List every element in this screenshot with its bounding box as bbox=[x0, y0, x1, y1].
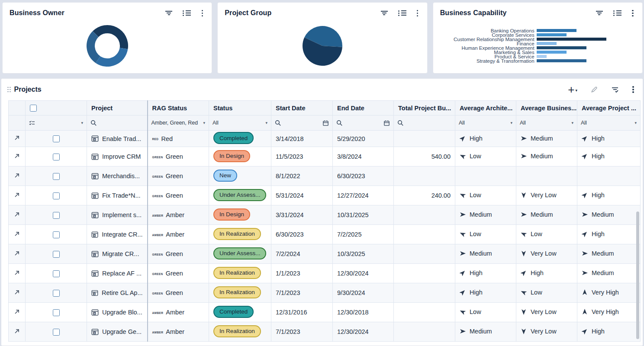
project-cell[interactable]: PIntegrate CR... bbox=[87, 225, 148, 244]
drag-handle-icon[interactable] bbox=[7, 86, 11, 93]
project-cell[interactable]: PUpgrade Blo... bbox=[87, 303, 148, 322]
row-checkbox[interactable] bbox=[53, 290, 60, 297]
row-checkbox[interactable] bbox=[53, 212, 60, 219]
open-row-button[interactable] bbox=[9, 147, 26, 167]
select-all-checkbox[interactable] bbox=[30, 105, 37, 112]
filter-icon[interactable] bbox=[381, 10, 388, 16]
row-checkbox[interactable] bbox=[53, 270, 60, 277]
header-total-budget[interactable]: Total Project Bu... bbox=[394, 101, 455, 115]
business-capability-bar-chart[interactable]: Banking OperationsCorporate ServicesCust… bbox=[433, 29, 642, 63]
kebab-menu-icon[interactable] bbox=[632, 85, 634, 94]
filter-check-icon[interactable] bbox=[611, 86, 619, 93]
filter-budget-search[interactable] bbox=[394, 115, 455, 131]
filter-status-dropdown[interactable]: All▾ bbox=[209, 115, 271, 131]
header-avg-architecture[interactable]: Average Archite... bbox=[455, 101, 516, 115]
priority-medium-icon bbox=[460, 211, 466, 218]
project-name[interactable]: Implement s... bbox=[102, 211, 142, 218]
header-project[interactable]: Project bbox=[87, 101, 148, 115]
project-name[interactable]: Enable Trad... bbox=[102, 135, 141, 142]
bar[interactable] bbox=[537, 59, 586, 63]
row-checkbox[interactable] bbox=[53, 309, 60, 316]
project-cell[interactable]: PImplement s... bbox=[87, 205, 148, 225]
priority-high-icon bbox=[460, 135, 466, 141]
vertical-scrollbar[interactable] bbox=[636, 211, 639, 339]
open-row-button[interactable] bbox=[9, 186, 26, 205]
project-cell[interactable]: PReplace AF ... bbox=[87, 264, 148, 283]
project-name[interactable]: Integrate CR... bbox=[102, 231, 142, 238]
bar[interactable] bbox=[537, 29, 576, 32]
header-end-date[interactable]: End Date bbox=[333, 101, 394, 115]
project-name[interactable]: Retire GL Ap... bbox=[102, 289, 143, 296]
filter-icon[interactable] bbox=[165, 10, 172, 16]
edit-pencil-icon[interactable] bbox=[590, 86, 598, 93]
filter-end-date[interactable] bbox=[333, 115, 394, 131]
avg-architecture-cell: Low bbox=[455, 225, 516, 244]
row-checkbox[interactable] bbox=[53, 251, 60, 258]
open-row-button[interactable] bbox=[9, 322, 26, 342]
list-icon[interactable] bbox=[613, 10, 621, 17]
project-cell[interactable]: PMerchandis... bbox=[87, 167, 148, 186]
header-rag-status[interactable]: RAG Status bbox=[148, 101, 209, 115]
project-cell[interactable]: PFix Trade*N... bbox=[87, 186, 148, 205]
list-icon[interactable] bbox=[398, 10, 406, 17]
project-name[interactable]: Improve CRM bbox=[102, 153, 141, 160]
open-row-button[interactable] bbox=[9, 131, 26, 147]
bar[interactable] bbox=[537, 51, 567, 54]
row-checkbox[interactable] bbox=[53, 329, 60, 336]
business-owner-donut-chart[interactable] bbox=[82, 21, 132, 71]
end-date-cell: 10/31/2025 bbox=[333, 205, 394, 225]
project-name[interactable]: Upgrade Ge... bbox=[102, 328, 142, 335]
kebab-menu-icon[interactable] bbox=[201, 9, 203, 18]
open-row-button[interactable] bbox=[9, 244, 26, 264]
filter-project-search[interactable] bbox=[87, 115, 148, 131]
kebab-menu-icon[interactable] bbox=[417, 9, 419, 18]
filter-icon[interactable] bbox=[596, 10, 603, 16]
open-row-button[interactable] bbox=[9, 205, 26, 225]
header-avg-business[interactable]: Average Busines... bbox=[516, 101, 577, 115]
chart-segment[interactable] bbox=[96, 48, 128, 66]
bar[interactable] bbox=[537, 46, 586, 50]
row-checkbox[interactable] bbox=[53, 192, 60, 199]
priority-label: High bbox=[470, 135, 483, 142]
project-name[interactable]: Migrate CR... bbox=[102, 250, 139, 257]
row-checkbox[interactable] bbox=[53, 135, 60, 142]
bar[interactable] bbox=[537, 38, 606, 41]
row-checkbox-cell bbox=[26, 186, 87, 205]
add-button[interactable]: +▾ bbox=[568, 85, 577, 94]
list-icon[interactable] bbox=[183, 10, 191, 17]
open-row-button[interactable] bbox=[9, 264, 26, 283]
kebab-menu-icon[interactable] bbox=[632, 9, 634, 18]
open-row-button[interactable] bbox=[9, 303, 26, 322]
filter-selection[interactable]: ▾ bbox=[26, 115, 87, 131]
row-checkbox[interactable] bbox=[53, 231, 60, 238]
project-cell[interactable]: PEnable Trad... bbox=[87, 131, 148, 147]
bar[interactable] bbox=[537, 33, 567, 37]
open-row-button[interactable] bbox=[9, 167, 26, 186]
project-cell[interactable]: PRetire GL Ap... bbox=[87, 283, 148, 303]
project-cell[interactable]: PMigrate CR... bbox=[87, 244, 148, 264]
row-checkbox[interactable] bbox=[53, 154, 60, 160]
open-row-button[interactable] bbox=[9, 225, 26, 244]
header-avg-project[interactable]: Average Project ... bbox=[577, 101, 641, 115]
open-row-button[interactable] bbox=[9, 283, 26, 303]
bar[interactable] bbox=[537, 42, 557, 45]
header-status[interactable]: Status bbox=[209, 101, 271, 115]
filter-avg-architecture-dropdown[interactable]: All▾ bbox=[455, 115, 516, 131]
project-cell[interactable]: PImprove CRM bbox=[87, 147, 148, 167]
filter-avg-business-dropdown[interactable]: All▾ bbox=[516, 115, 577, 131]
header-start-date[interactable]: Start Date bbox=[271, 101, 333, 115]
row-checkbox[interactable] bbox=[53, 173, 60, 180]
bar[interactable] bbox=[537, 55, 547, 58]
project-name[interactable]: Upgrade Blo... bbox=[102, 309, 142, 316]
priority-medium-icon bbox=[460, 328, 466, 334]
rag-status-cell: GREENGreen bbox=[148, 264, 209, 283]
project-cell[interactable]: PUpgrade Ge... bbox=[87, 322, 148, 342]
filter-rag-dropdown[interactable]: Amber, Green, Red▾ bbox=[148, 115, 209, 131]
filter-start-date[interactable] bbox=[271, 115, 333, 131]
project-group-pie-chart[interactable] bbox=[301, 24, 344, 67]
project-name[interactable]: Merchandis... bbox=[102, 173, 140, 179]
project-name[interactable]: Fix Trade*N... bbox=[102, 192, 141, 199]
rag-label: Green bbox=[166, 270, 183, 277]
filter-avg-project-dropdown[interactable]: All▾ bbox=[577, 115, 641, 131]
project-name[interactable]: Replace AF ... bbox=[102, 270, 142, 277]
